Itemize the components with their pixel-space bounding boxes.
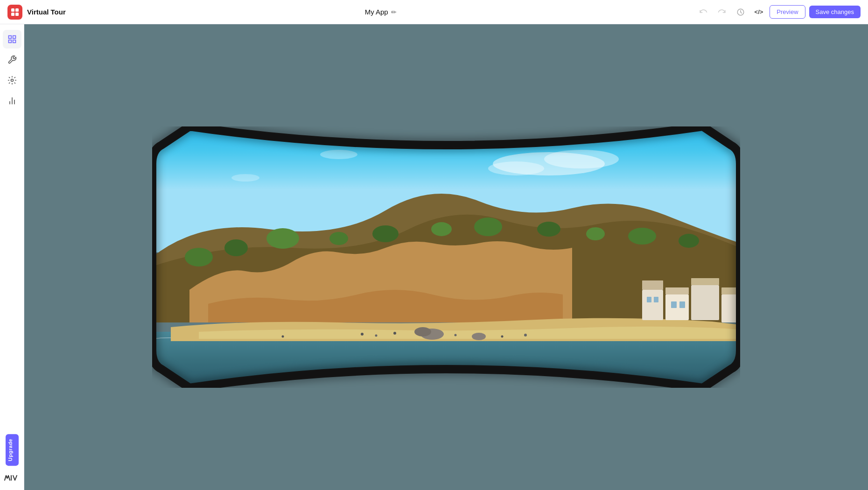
svg-rect-6 <box>13 36 15 39</box>
svg-point-35 <box>266 228 299 249</box>
code-button[interactable]: </> <box>752 5 766 20</box>
header-left: Virtual Tour <box>7 5 66 20</box>
svg-rect-8 <box>13 40 15 43</box>
svg-point-50 <box>455 334 457 336</box>
svg-rect-22 <box>665 294 689 320</box>
svg-rect-21 <box>642 290 663 320</box>
wix-logo <box>3 471 21 484</box>
svg-point-51 <box>501 336 504 338</box>
svg-rect-29 <box>671 301 677 308</box>
save-changes-button[interactable]: Save changes <box>809 6 861 18</box>
svg-point-17 <box>488 161 544 175</box>
svg-rect-24 <box>642 280 663 290</box>
svg-point-38 <box>431 222 452 236</box>
svg-point-34 <box>224 239 248 256</box>
svg-rect-31 <box>721 294 740 322</box>
svg-point-43 <box>679 234 699 248</box>
svg-rect-25 <box>665 287 689 294</box>
sidebar-item-tools[interactable] <box>3 50 21 69</box>
panoramic-viewer[interactable] <box>152 126 740 388</box>
svg-point-49 <box>393 332 396 335</box>
svg-rect-2 <box>11 13 14 16</box>
sidebar-item-analytics[interactable] <box>3 91 21 110</box>
svg-point-16 <box>544 150 619 168</box>
header: Virtual Tour My App ✏ </> Previe <box>0 0 868 24</box>
svg-point-48 <box>375 335 378 337</box>
upgrade-button[interactable]: Upgrade <box>6 434 19 466</box>
svg-point-37 <box>372 225 399 242</box>
svg-rect-7 <box>8 40 11 43</box>
svg-point-45 <box>414 327 431 336</box>
app-title: My App <box>365 8 388 16</box>
svg-rect-23 <box>691 285 719 320</box>
svg-rect-20 <box>152 332 740 388</box>
svg-rect-5 <box>8 36 11 39</box>
svg-rect-26 <box>691 278 719 285</box>
svg-point-9 <box>11 79 13 82</box>
svg-point-19 <box>231 174 259 182</box>
svg-point-53 <box>282 336 284 338</box>
sidebar: Upgrade <box>0 24 24 490</box>
svg-rect-3 <box>15 13 19 16</box>
svg-rect-28 <box>654 297 658 302</box>
svg-point-42 <box>628 228 656 245</box>
svg-point-52 <box>524 334 527 336</box>
header-center: My App ✏ <box>365 8 397 16</box>
svg-point-15 <box>493 152 605 175</box>
svg-rect-0 <box>11 8 14 12</box>
undo-button[interactable] <box>696 5 711 20</box>
main-canvas <box>24 24 868 490</box>
svg-rect-1 <box>15 8 19 12</box>
svg-point-36 <box>329 232 348 245</box>
svg-point-41 <box>586 227 605 240</box>
svg-point-33 <box>185 248 213 266</box>
svg-rect-30 <box>679 301 685 308</box>
preview-button[interactable]: Preview <box>770 5 805 19</box>
sidebar-item-settings[interactable] <box>3 71 21 90</box>
svg-point-44 <box>420 329 444 340</box>
svg-point-46 <box>472 333 486 340</box>
svg-point-40 <box>537 222 560 237</box>
edit-app-title-icon[interactable]: ✏ <box>391 8 397 16</box>
sidebar-item-grid[interactable] <box>3 30 21 49</box>
svg-point-39 <box>474 217 502 236</box>
app-logo <box>7 5 22 20</box>
brand-label: Virtual Tour <box>27 8 66 16</box>
svg-rect-14 <box>152 126 740 252</box>
svg-rect-32 <box>721 287 740 294</box>
redo-button[interactable] <box>714 5 729 20</box>
svg-point-47 <box>361 333 364 336</box>
svg-rect-27 <box>647 297 651 302</box>
header-right: </> Preview Save changes <box>696 5 861 20</box>
history-button[interactable] <box>733 5 748 20</box>
svg-point-18 <box>320 150 357 159</box>
